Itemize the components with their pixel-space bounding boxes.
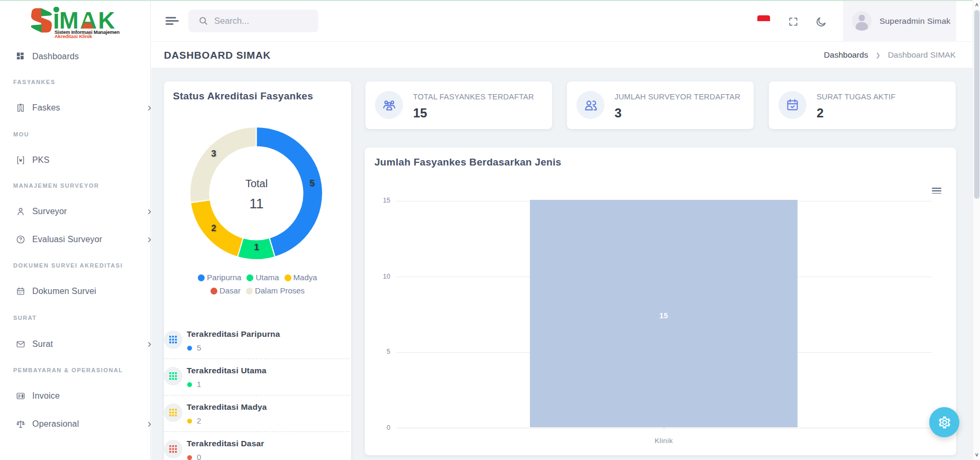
svg-text:11: 11: [250, 196, 264, 211]
svg-text:2: 2: [211, 223, 216, 233]
svg-text:Total: Total: [245, 178, 268, 189]
svg-text:5: 5: [309, 178, 314, 188]
svg-text:1: 1: [254, 242, 259, 252]
svg-text:3: 3: [211, 149, 216, 159]
svg-text:Akreditasi Klinik: Akreditasi Klinik: [54, 34, 93, 39]
